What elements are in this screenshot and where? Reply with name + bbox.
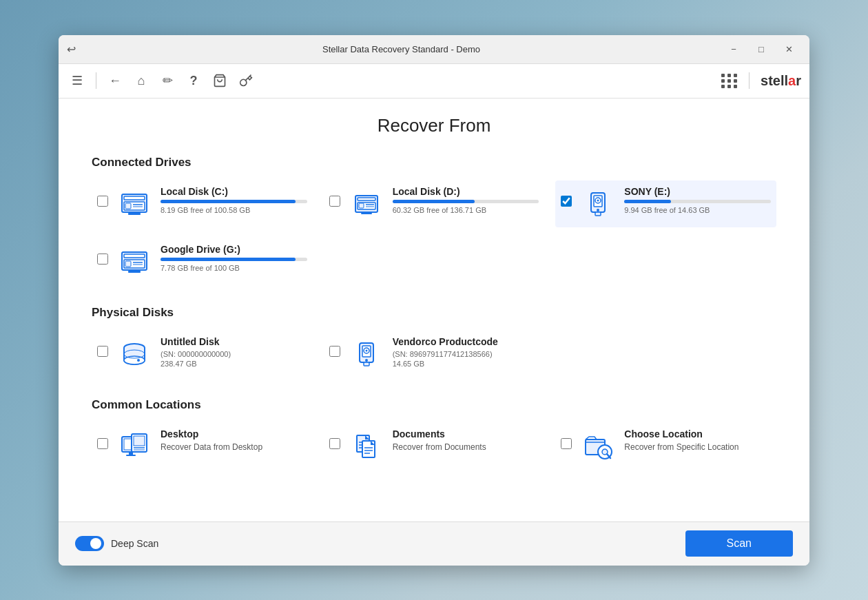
toolbar-divider-2 — [749, 72, 750, 89]
location-checkbox-documents[interactable] — [329, 438, 340, 449]
location-card-choose[interactable]: Choose Location Recover from Specific Lo… — [555, 423, 776, 470]
svg-rect-18 — [595, 212, 601, 216]
location-checkbox-desktop[interactable] — [97, 438, 108, 449]
drive-card-d[interactable]: Local Disk (D:) 60.32 GB free of 136.71 … — [324, 180, 545, 227]
connected-drives-section: Connected Drives — [92, 156, 776, 285]
location-card-documents[interactable]: Documents Recover from Documents — [324, 423, 545, 470]
toggle-thumb — [90, 538, 101, 549]
svg-rect-14 — [361, 213, 372, 214]
svg-point-37 — [365, 349, 367, 351]
svg-rect-9 — [358, 198, 375, 200]
drive-info-g: Google Drive (G:) 7.78 GB free of 100 GB — [161, 244, 307, 272]
disk-sn-untitled: (SN: 000000000000) — [161, 350, 307, 358]
home-icon[interactable]: ⌂ — [131, 70, 152, 91]
disk-name-vendorco: Vendorco Productcode — [393, 336, 539, 347]
pen-icon[interactable]: ✏ — [157, 70, 178, 91]
common-locations-section: Common Locations — [92, 398, 776, 470]
titlebar-app-icon: ↩ — [67, 43, 76, 56]
drive-checkbox-d[interactable] — [329, 196, 340, 207]
toolbar-right: stellar — [721, 72, 801, 89]
toggle-track[interactable] — [75, 536, 104, 551]
disk-size-vendorco: 14.65 GB — [393, 360, 539, 368]
connected-drives-title: Connected Drives — [92, 156, 776, 169]
disk-icon-vendorco — [349, 336, 384, 372]
disk-sn-vendorco: (SN: 8969791177412138566) — [393, 350, 539, 358]
minimize-button[interactable]: − — [721, 39, 746, 59]
disk-icon-untitled — [116, 336, 152, 372]
svg-point-17 — [597, 209, 599, 211]
drive-checkbox-e[interactable] — [561, 196, 572, 207]
svg-rect-11 — [359, 203, 364, 208]
stellar-logo: stellar — [761, 73, 801, 89]
drive-info-c: Local Disk (C:) 8.19 GB free of 100.58 G… — [161, 186, 307, 214]
location-checkbox-choose[interactable] — [561, 438, 572, 449]
location-info-choose: Choose Location Recover from Specific Lo… — [624, 428, 771, 452]
drive-name-e: SONY (E:) — [624, 186, 771, 197]
connected-drives-grid: Local Disk (C:) 8.19 GB free of 100.58 G… — [92, 180, 776, 285]
scan-button[interactable]: Scan — [685, 530, 793, 557]
physical-disks-title: Physical Disks — [92, 306, 776, 320]
drive-size-g: 7.78 GB free of 100 GB — [161, 264, 307, 272]
location-name-desktop: Desktop — [161, 428, 307, 439]
maximize-button[interactable]: □ — [749, 39, 774, 59]
help-icon[interactable]: ? — [183, 70, 204, 91]
drive-card-g[interactable]: Google Drive (G:) 7.78 GB free of 100 GB — [92, 238, 313, 285]
apps-grid-icon[interactable] — [721, 74, 738, 88]
disk-info-untitled: Untitled Disk (SN: 000000000000) 238.47 … — [161, 336, 307, 368]
drive-name-d: Local Disk (D:) — [393, 186, 539, 197]
window-controls: − □ ✕ — [721, 39, 801, 59]
menu-icon[interactable]: ☰ — [67, 70, 87, 91]
svg-rect-22 — [124, 254, 145, 258]
common-locations-title: Common Locations — [92, 398, 776, 412]
svg-rect-41 — [126, 455, 136, 456]
svg-point-20 — [597, 199, 599, 201]
close-button[interactable]: ✕ — [776, 39, 801, 59]
drive-name-g: Google Drive (G:) — [161, 244, 307, 255]
location-card-desktop[interactable]: Desktop Recover Data from Desktop — [92, 423, 313, 470]
svg-rect-43 — [134, 436, 145, 446]
drive-checkbox-c[interactable] — [97, 196, 108, 207]
key-icon[interactable] — [236, 70, 256, 91]
location-icon-documents — [349, 428, 384, 464]
main-content: Recover From Connected Drives — [59, 99, 809, 521]
svg-point-34 — [365, 359, 368, 362]
location-icon-choose — [580, 428, 616, 464]
disk-checkbox-vendorco[interactable] — [329, 346, 340, 357]
toolbar: ☰ ← ⌂ ✏ ? stellar — [59, 64, 809, 99]
drive-checkbox-g[interactable] — [97, 254, 108, 265]
svg-rect-4 — [125, 203, 131, 209]
location-desc-documents: Recover from Documents — [393, 442, 539, 452]
disk-card-vendorco[interactable]: Vendorco Productcode (SN: 89697911774121… — [324, 331, 545, 377]
drive-size-c: 8.19 GB free of 100.58 GB — [161, 206, 307, 214]
physical-disks-section: Physical Disks Un — [92, 306, 776, 377]
drive-size-e: 9.94 GB free of 14.63 GB — [624, 206, 771, 214]
disk-size-untitled: 238.47 GB — [161, 360, 307, 368]
drive-size-d: 60.32 GB free of 136.71 GB — [393, 206, 539, 214]
disk-info-vendorco: Vendorco Productcode (SN: 89697911774121… — [393, 336, 539, 368]
drive-icon-d — [349, 186, 384, 222]
location-name-documents: Documents — [393, 428, 539, 439]
back-icon[interactable]: ← — [105, 70, 125, 91]
svg-rect-7 — [128, 213, 141, 215]
drive-name-c: Local Disk (C:) — [161, 186, 307, 197]
svg-point-31 — [137, 359, 140, 362]
deep-scan-toggle[interactable] — [75, 536, 104, 551]
drive-icon-c — [116, 186, 152, 222]
drive-icon-g — [116, 244, 152, 280]
location-desc-choose: Recover from Specific Location — [624, 442, 771, 452]
cart-icon[interactable] — [209, 70, 230, 91]
footer-bar: Deep Scan Scan — [59, 521, 809, 566]
titlebar: ↩ Stellar Data Recovery Standard - Demo … — [59, 35, 809, 64]
drive-card-e[interactable]: SONY (E:) 9.94 GB free of 14.63 GB — [555, 180, 776, 227]
svg-rect-35 — [364, 362, 369, 366]
window-title: Stellar Data Recovery Standard - Demo — [81, 44, 721, 54]
disk-checkbox-untitled[interactable] — [97, 346, 108, 357]
disk-name-untitled: Untitled Disk — [161, 336, 307, 347]
page-title: Recover From — [92, 115, 776, 136]
disk-card-untitled[interactable]: Untitled Disk (SN: 000000000000) 238.47 … — [92, 331, 313, 377]
drive-card-c[interactable]: Local Disk (C:) 8.19 GB free of 100.58 G… — [92, 180, 313, 227]
drive-info-e: SONY (E:) 9.94 GB free of 14.63 GB — [624, 186, 771, 214]
physical-disks-grid: Untitled Disk (SN: 000000000000) 238.47 … — [92, 331, 776, 377]
drive-icon-e — [580, 186, 616, 222]
svg-rect-24 — [125, 261, 131, 267]
